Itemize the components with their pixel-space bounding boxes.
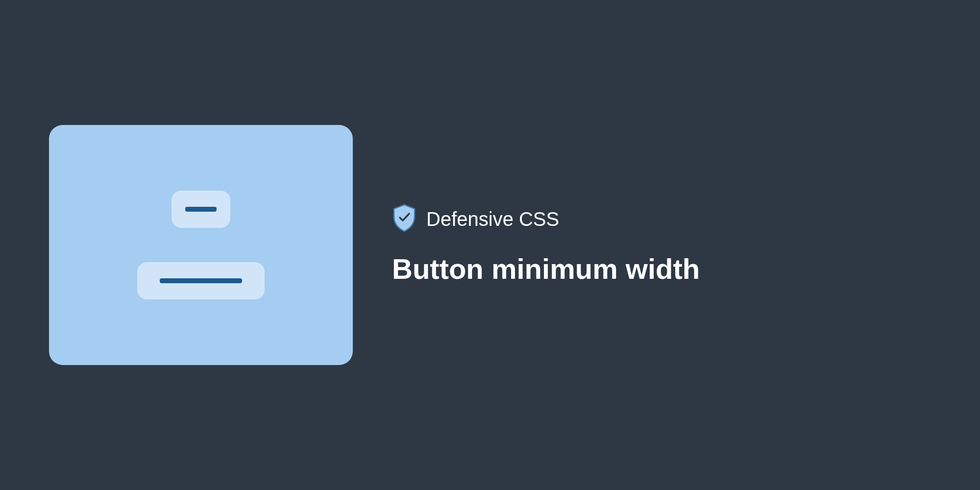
brand-row: Defensive CSS — [392, 204, 931, 234]
page-title: Button minimum width — [392, 252, 931, 286]
illustration-card — [49, 125, 353, 365]
button-line — [185, 207, 217, 212]
button-mock-large — [137, 262, 265, 299]
brand-name: Defensive CSS — [426, 208, 559, 230]
button-mock-small — [172, 191, 230, 228]
button-line — [160, 278, 242, 283]
shield-icon — [392, 204, 416, 234]
text-section: Defensive CSS Button minimum width — [392, 204, 931, 286]
